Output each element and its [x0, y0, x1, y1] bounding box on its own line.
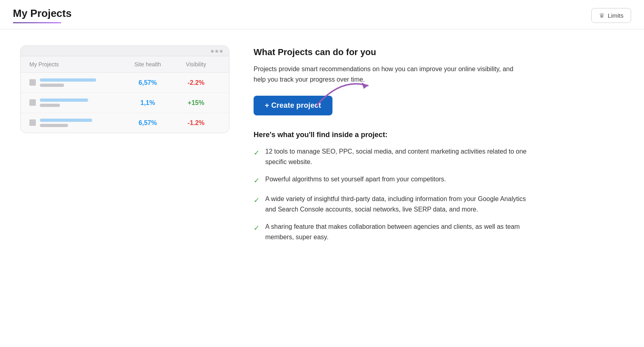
health-value: 6,57%: [124, 79, 172, 86]
mock-dot-2: [215, 50, 218, 53]
page-header: My Projects ♛ Limits: [0, 0, 644, 29]
col-projects: My Projects: [29, 61, 124, 68]
visibility-value: -2.2%: [172, 79, 220, 86]
visibility-value: +15%: [172, 99, 220, 107]
create-project-button[interactable]: + Create project: [254, 96, 332, 115]
bar-long: [40, 119, 92, 122]
favicon-icon: [29, 119, 36, 126]
bar-short: [40, 84, 64, 87]
mock-dot-3: [220, 50, 223, 53]
mock-table-head: My Projects Site health Visibility: [21, 56, 229, 73]
mock-bars: [40, 78, 96, 87]
list-item: ✓ 12 tools to manage SEO, PPC, social me…: [254, 146, 535, 167]
feature-text: Powerful algorithms to set yourself apar…: [265, 174, 446, 185]
mock-table: My Projects Site health Visibility 6,57%…: [21, 56, 229, 133]
create-btn-wrap: + Create project: [254, 96, 332, 115]
list-item: ✓ A wide variety of insightful third-par…: [254, 194, 535, 214]
mock-card: My Projects Site health Visibility 6,57%…: [20, 45, 229, 133]
check-icon: ✓: [254, 147, 260, 159]
page-title: My Projects: [13, 7, 72, 20]
bar-long: [40, 78, 96, 82]
favicon-icon: [29, 79, 36, 86]
limits-label: Limits: [608, 12, 623, 19]
site-cell: [29, 119, 124, 127]
mock-dots: [211, 50, 223, 53]
description-panel: What Projects can do for you Projects pr…: [254, 45, 624, 242]
check-icon: ✓: [254, 175, 260, 187]
feature-text: A wide variety of insightful third-party…: [265, 194, 535, 214]
favicon-icon: [29, 99, 36, 106]
bar-short: [40, 104, 60, 107]
mock-bars: [40, 99, 88, 107]
visibility-value: -1.2%: [172, 119, 220, 127]
main-content: My Projects Site health Visibility 6,57%…: [0, 29, 644, 259]
mock-dot-1: [211, 50, 214, 53]
crown-icon: ♛: [599, 12, 605, 19]
health-value: 6,57%: [124, 119, 172, 127]
feature-list: ✓ 12 tools to manage SEO, PPC, social me…: [254, 146, 624, 242]
site-cell: [29, 78, 124, 87]
bar-long: [40, 99, 88, 102]
check-icon: ✓: [254, 222, 260, 234]
list-item: ✓ Powerful algorithms to set yourself ap…: [254, 174, 535, 187]
limits-button[interactable]: ♛ Limits: [591, 8, 631, 23]
site-cell: [29, 99, 124, 107]
feature-text: 12 tools to manage SEO, PPC, social medi…: [265, 146, 535, 167]
check-icon: ✓: [254, 195, 260, 206]
description-heading: What Projects can do for you: [254, 47, 624, 57]
table-row: 1,1% +15%: [21, 93, 229, 113]
table-row: 6,57% -1.2%: [21, 113, 229, 133]
title-underline: [13, 22, 61, 23]
features-heading: Here's what you'll find inside a project…: [254, 131, 624, 139]
feature-text: A sharing feature that makes collaborati…: [265, 222, 535, 242]
health-value: 1,1%: [124, 99, 172, 107]
col-sitehealth: Site health: [124, 61, 172, 68]
description-intro: Projects provide smart recommendations o…: [254, 64, 527, 84]
list-item: ✓ A sharing feature that makes collabora…: [254, 222, 535, 242]
bar-short: [40, 124, 68, 127]
table-row: 6,57% -2.2%: [21, 73, 229, 93]
mock-card-header: [21, 46, 229, 56]
mock-bars: [40, 119, 92, 127]
col-visibility: Visibility: [172, 61, 220, 68]
page-title-wrap: My Projects: [13, 7, 72, 23]
